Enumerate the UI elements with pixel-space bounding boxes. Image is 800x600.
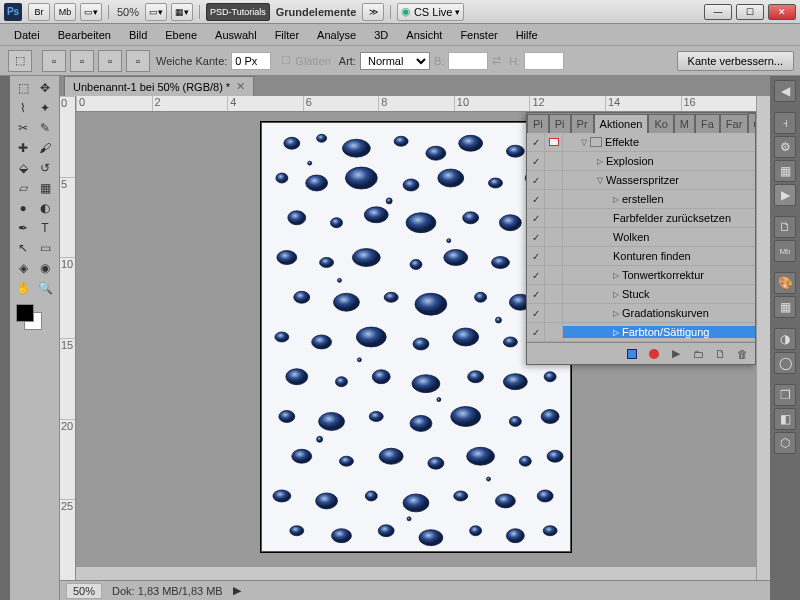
menu-bearbeiten[interactable]: Bearbeiten [50, 26, 119, 44]
gradient-tool[interactable]: ▦ [34, 178, 56, 198]
feather-input[interactable] [231, 52, 271, 70]
pen-tool[interactable]: ✒ [12, 218, 34, 238]
disclosure-triangle-icon[interactable]: ▽ [597, 176, 603, 185]
panel-tab[interactable]: Pi [527, 114, 549, 133]
new-set-button[interactable]: 🗀 [691, 347, 705, 361]
panel-tab[interactable]: Ko [648, 114, 673, 133]
shape-tool[interactable]: ▭ [34, 238, 56, 258]
style-select[interactable]: Normal [360, 52, 430, 70]
zoom-tool[interactable]: 🔍 [34, 278, 56, 298]
minibridge-button[interactable]: Mb [54, 3, 76, 21]
dialog-toggle[interactable] [545, 133, 563, 151]
action-row[interactable]: ✓▷Gradationskurven [527, 304, 755, 323]
action-label[interactable]: Wolken [563, 231, 755, 243]
rail-channels-icon[interactable]: ◧ [774, 408, 796, 430]
healing-tool[interactable]: ✚ [12, 138, 34, 158]
new-selection-button[interactable]: ▫ [42, 50, 66, 72]
menu-hilfe[interactable]: Hilfe [508, 26, 546, 44]
move-tool[interactable]: ✥ [34, 78, 56, 98]
rail-doc-icon[interactable]: 🗋 [774, 216, 796, 238]
action-label[interactable]: Farbfelder zurücksetzen [563, 212, 755, 224]
toggle-checkbox[interactable]: ✓ [527, 209, 545, 227]
panel-tab[interactable]: M [674, 114, 695, 133]
scrollbar-vertical[interactable] [756, 96, 770, 580]
action-row[interactable]: ✓Farbfelder zurücksetzen [527, 209, 755, 228]
dialog-toggle[interactable] [545, 304, 563, 322]
action-label[interactable]: ▷Gradationskurven [563, 307, 755, 319]
toggle-checkbox[interactable]: ✓ [527, 266, 545, 284]
brush-tool[interactable]: 🖌 [34, 138, 56, 158]
action-label[interactable]: Konturen finden [563, 250, 755, 262]
menu-3d[interactable]: 3D [366, 26, 396, 44]
action-row[interactable]: ✓▽Wasserspritzer [527, 171, 755, 190]
menu-bild[interactable]: Bild [121, 26, 155, 44]
disclosure-triangle-icon[interactable]: ▷ [597, 157, 603, 166]
panel-tab[interactable]: Fa [695, 114, 720, 133]
dialog-toggle[interactable] [545, 152, 563, 170]
cs-live-button[interactable]: ◉ CS Live ▾ [397, 3, 464, 21]
toggle-checkbox[interactable]: ✓ [527, 190, 545, 208]
close-tab-icon[interactable]: ✕ [236, 80, 245, 93]
action-row[interactable]: ✓▷Stuck [527, 285, 755, 304]
workspace-grundelemente[interactable]: Grundelemente [276, 6, 357, 18]
subtract-selection-button[interactable]: ▫ [98, 50, 122, 72]
rail-swatches-icon[interactable]: ▦ [774, 296, 796, 318]
delete-button[interactable]: 🗑 [735, 347, 749, 361]
toggle-checkbox[interactable]: ✓ [527, 152, 545, 170]
action-row[interactable]: ✓Konturen finden [527, 247, 755, 266]
panel-tab[interactable]: Pi [549, 114, 571, 133]
eraser-tool[interactable]: ▱ [12, 178, 34, 198]
add-selection-button[interactable]: ▫ [70, 50, 94, 72]
rail-collapse-icon[interactable]: ◀ [774, 80, 796, 102]
stop-button[interactable] [625, 347, 639, 361]
workspace-psd-tutorials[interactable]: PSD-Tutorials [206, 3, 270, 21]
action-label[interactable]: ▷Farbton/Sättigung [563, 326, 755, 338]
disclosure-triangle-icon[interactable]: ▷ [613, 195, 619, 204]
menu-ansicht[interactable]: Ansicht [398, 26, 450, 44]
menu-fenster[interactable]: Fenster [452, 26, 505, 44]
view-extras-button[interactable]: ▭▾ [145, 3, 167, 21]
foreground-color[interactable] [16, 304, 34, 322]
action-row[interactable]: ✓▷Explosion [527, 152, 755, 171]
dialog-toggle[interactable] [545, 323, 563, 341]
intersect-selection-button[interactable]: ▫ [126, 50, 150, 72]
minimize-button[interactable]: — [704, 4, 732, 20]
lasso-tool[interactable]: ⌇ [12, 98, 34, 118]
history-brush-tool[interactable]: ↺ [34, 158, 56, 178]
toggle-checkbox[interactable]: ✓ [527, 133, 545, 151]
action-label[interactable]: ▷Tonwertkorrektur [563, 269, 755, 281]
rail-gear-icon[interactable]: ⚙ [774, 136, 796, 158]
dialog-toggle[interactable] [545, 285, 563, 303]
rail-mb-icon[interactable]: Mb [774, 240, 796, 262]
disclosure-triangle-icon[interactable]: ▷ [613, 328, 619, 337]
3d-camera-tool[interactable]: ◉ [34, 258, 56, 278]
action-row[interactable]: ✓▷Tonwertkorrektur [527, 266, 755, 285]
action-row[interactable]: ✓▷Farbton/Sättigung [527, 323, 755, 342]
dodge-tool[interactable]: ◐ [34, 198, 56, 218]
magic-wand-tool[interactable]: ✦ [34, 98, 56, 118]
tool-preset-button[interactable]: ⬚ [8, 50, 32, 72]
stamp-tool[interactable]: ⬙ [12, 158, 34, 178]
dialog-toggle[interactable] [545, 190, 563, 208]
marquee-tool[interactable]: ⬚ [12, 78, 34, 98]
panel-tab-aktionen[interactable]: Aktionen [594, 114, 649, 133]
zoom-level[interactable]: 50% [117, 6, 139, 18]
rail-arrange-icon[interactable]: ⫞ [774, 112, 796, 134]
close-button[interactable]: ✕ [768, 4, 796, 20]
disclosure-triangle-icon[interactable]: ▽ [581, 138, 587, 147]
action-label[interactable]: ▽Wasserspritzer [563, 174, 755, 186]
toggle-checkbox[interactable]: ✓ [527, 171, 545, 189]
color-swatches[interactable] [12, 304, 57, 334]
play-button[interactable]: ▶ [669, 347, 683, 361]
dialog-toggle[interactable] [545, 266, 563, 284]
crop-tool[interactable]: ✂ [12, 118, 34, 138]
toggle-checkbox[interactable]: ✓ [527, 247, 545, 265]
dialog-toggle[interactable] [545, 209, 563, 227]
rail-play-icon[interactable]: ▶ [774, 184, 796, 206]
action-label[interactable]: ▷erstellen [563, 193, 755, 205]
path-select-tool[interactable]: ↖ [12, 238, 34, 258]
panel-tab[interactable]: Pr [571, 114, 594, 133]
action-label[interactable]: ▷Stuck [563, 288, 755, 300]
bridge-button[interactable]: Br [28, 3, 50, 21]
disclosure-triangle-icon[interactable]: ▷ [613, 271, 619, 280]
